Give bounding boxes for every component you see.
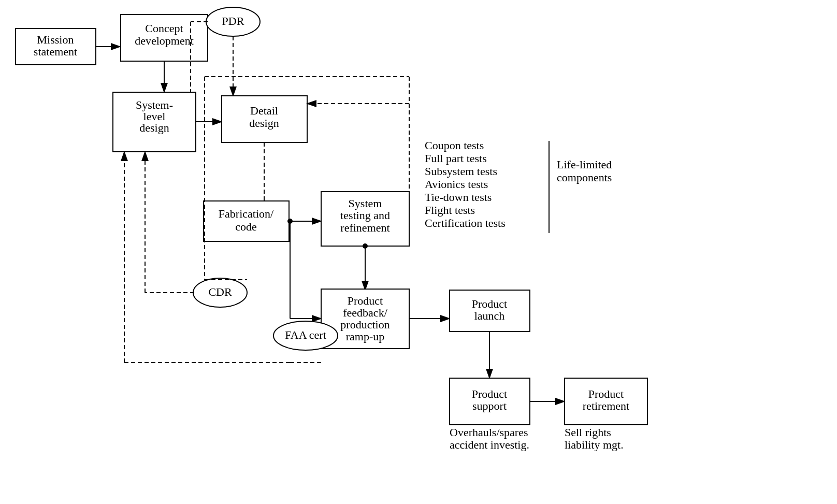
product-feedback-label3: production: [340, 318, 389, 331]
fabrication-label: Fabrication/: [219, 207, 274, 220]
product-retirement-label: Product: [588, 387, 624, 400]
test-full-part: Full part tests: [425, 152, 487, 165]
liability-label: liability mgt.: [565, 438, 624, 451]
product-support-label2: support: [472, 399, 507, 412]
test-tiedown: Tie-down tests: [425, 191, 492, 204]
product-launch-label: Product: [472, 297, 507, 310]
pdr-label: PDR: [222, 15, 244, 27]
test-flight: Flight tests: [425, 204, 475, 217]
concept-development-label: Concept: [145, 22, 183, 35]
detail-design-label: Detail: [250, 104, 278, 117]
overhauls-label: Overhauls/spares: [450, 426, 528, 439]
system-testing-label: System: [349, 197, 382, 210]
life-limited-label: Life-limited: [557, 158, 612, 171]
system-testing-label3: refinement: [340, 221, 389, 234]
test-certification: Certification tests: [425, 217, 506, 229]
fabrication-label2: code: [235, 220, 257, 233]
mission-statement-label: Mission: [37, 33, 74, 46]
test-avionics: Avionics tests: [425, 178, 488, 191]
accident-label: accident investig.: [450, 438, 529, 451]
product-feedback-label: Product: [348, 294, 383, 307]
mission-statement-label2: statement: [34, 45, 77, 58]
concept-development-label2: development: [135, 34, 194, 47]
product-launch-label2: launch: [474, 309, 505, 322]
sell-rights-label: Sell rights: [565, 426, 611, 439]
system-level-design-label3: design: [139, 121, 169, 134]
diagram-container: Mission statement Concept development PD…: [0, 0, 837, 504]
system-testing-label2: testing and: [340, 209, 390, 222]
test-subsystem: Subsystem tests: [425, 165, 497, 178]
life-limited-label2: components: [557, 171, 612, 184]
test-coupon: Coupon tests: [425, 139, 484, 152]
product-feedback-label4: ramp-up: [346, 330, 385, 343]
faa-cert-label: FAA cert: [285, 328, 326, 341]
product-support-label: Product: [472, 387, 507, 400]
product-retirement-label2: retirement: [583, 399, 629, 412]
cdr-label: CDR: [208, 285, 232, 298]
product-feedback-label2: feedback/: [343, 306, 387, 319]
detail-design-label2: design: [249, 117, 279, 129]
